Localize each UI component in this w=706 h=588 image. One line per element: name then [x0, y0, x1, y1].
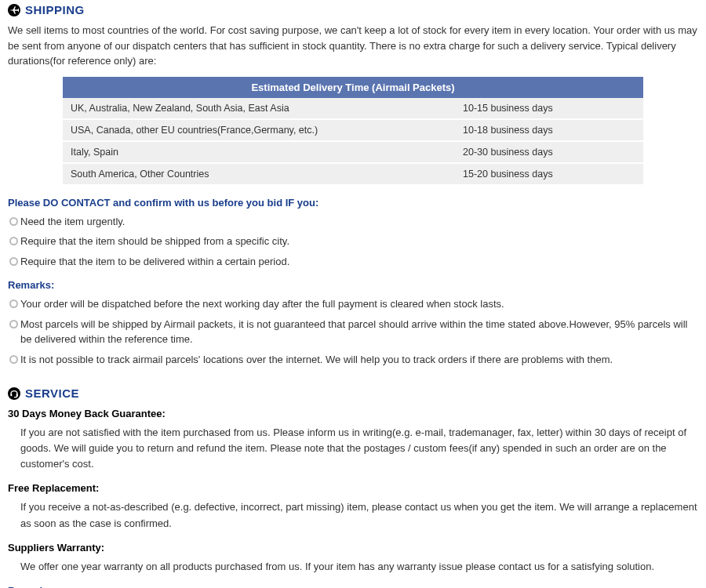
- shipping-title: SHIPPING: [25, 3, 85, 16]
- region-cell: South America, Other Countries: [63, 163, 455, 185]
- time-cell: 10-15 business days: [455, 98, 643, 119]
- table-row: South America, Other Countries15-20 busi…: [63, 163, 643, 185]
- guarantee-text: If you are not satisfied with the item p…: [8, 423, 698, 474]
- time-cell: 20-30 business days: [455, 141, 643, 163]
- shipping-header: SHIPPING: [8, 3, 698, 16]
- region-cell: USA, Canada, other EU countries(France,G…: [63, 119, 455, 141]
- shipping-intro: We sell items to most countries of the w…: [8, 23, 698, 69]
- delivery-table: Estimated Delivery Time (Airmail Packets…: [63, 77, 643, 186]
- guarantee-subhead: 30 Days Money Back Guarantee:: [8, 408, 698, 419]
- region-cell: UK, Australia, New Zealand, South Asia, …: [63, 98, 455, 119]
- service-remarks-subhead: Remarks:: [8, 585, 698, 588]
- headset-icon: [8, 387, 20, 400]
- svg-rect-3: [16, 394, 18, 396]
- service-title: SERVICE: [25, 387, 79, 400]
- table-row: Italy, Spain20-30 business days: [63, 141, 643, 163]
- replace-subhead: Free Replacement:: [8, 482, 698, 494]
- replace-text: If you receive a not-as-described (e.g. …: [8, 497, 698, 533]
- list-item: Most parcels will be shipped by Airmail …: [8, 314, 698, 350]
- svg-point-1: [8, 387, 20, 400]
- shipping-remarks-list: Your order will be dispatched before the…: [8, 294, 698, 369]
- svg-rect-2: [10, 394, 12, 396]
- list-item: It is not possible to track airmail parc…: [8, 350, 698, 370]
- warranty-subhead: Suppliers Warranty:: [8, 542, 698, 554]
- shipping-remarks-subhead: Remarks:: [8, 279, 698, 291]
- list-item: Require that the item should be shipped …: [8, 231, 698, 252]
- contact-list: Need the item urgently. Require that the…: [8, 212, 698, 272]
- warranty-text: We offer one year warranty on all produc…: [8, 557, 698, 577]
- table-row: UK, Australia, New Zealand, South Asia, …: [63, 98, 643, 119]
- contact-subhead: Please DO CONTACT and confirm with us be…: [8, 197, 698, 209]
- time-cell: 15-20 business days: [455, 163, 643, 185]
- list-item: Require that the item to be delivered wi…: [8, 252, 698, 272]
- time-cell: 10-18 business days: [455, 119, 643, 141]
- list-item: Your order will be dispatched before the…: [8, 294, 698, 314]
- list-item: Need the item urgently.: [8, 212, 698, 232]
- table-row: USA, Canada, other EU countries(France,G…: [63, 119, 643, 141]
- table-header: Estimated Delivery Time (Airmail Packets…: [63, 77, 643, 98]
- plane-icon: [8, 4, 20, 16]
- region-cell: Italy, Spain: [63, 141, 455, 163]
- service-header: SERVICE: [8, 387, 698, 400]
